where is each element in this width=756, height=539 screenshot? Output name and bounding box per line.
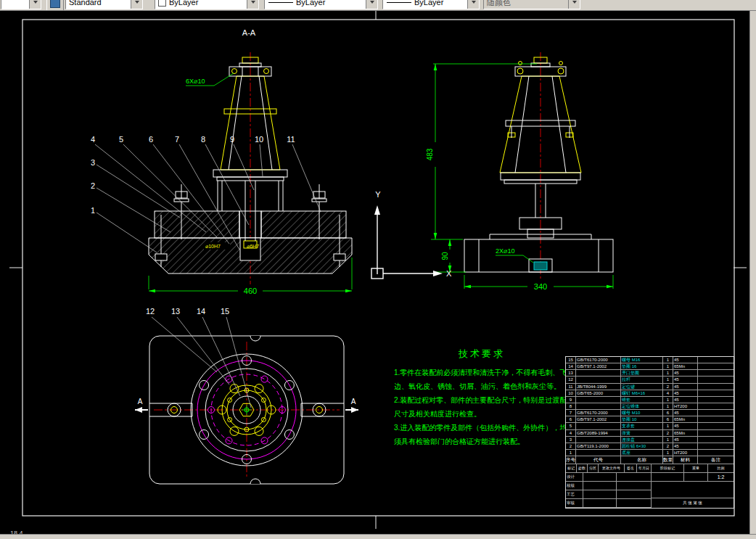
bom-cell xyxy=(698,403,734,410)
bom-header-cell: 数量 xyxy=(663,456,673,464)
bom-cell: 1 xyxy=(663,357,673,363)
bom-cell: 定位键 xyxy=(621,384,663,390)
sheet-note: 共 张 第 张 xyxy=(652,498,734,508)
bom-cell: 开口垫圈 xyxy=(621,370,663,377)
bom-cell: 45 xyxy=(673,390,698,397)
fit-note-right: ⌀6H7 xyxy=(247,244,259,249)
bom-cell: 1 xyxy=(663,363,673,370)
lineweight-sample xyxy=(387,2,411,3)
tech-requirements-title: 技术要求 xyxy=(394,347,570,361)
bom-row: 11JB/T8044-1999定位键245 xyxy=(566,384,734,390)
bom-cell xyxy=(698,450,734,456)
title-block-bottom: 标记 处数 分区 更改文件号 签名 年月日 设计 校核 工艺 审核 阶段标记 重… xyxy=(566,464,734,508)
bom-cell: GB/T65-2000 xyxy=(576,390,621,397)
chevron-down-icon[interactable] xyxy=(247,0,258,9)
text-style-combo[interactable]: Standard xyxy=(65,0,143,9)
plan-view: A A 12 13 14 15 xyxy=(135,307,358,484)
tech-requirements-line: 3.进入装配的零件及部件（包括外购件、外协件），均必 xyxy=(394,421,570,435)
bom-cell: 11 xyxy=(566,384,576,390)
bom-cell: 垫圈 10 xyxy=(621,416,663,423)
bom-row: 3连接盘145 xyxy=(566,437,734,443)
front-hole-note: 6X⌀10 xyxy=(186,73,234,86)
bom-header-cell: 序号 xyxy=(566,456,576,464)
stage-label: 阶段标记 xyxy=(652,464,684,473)
vertical-scrollbar[interactable] xyxy=(749,10,756,535)
bom-cell: 4 xyxy=(663,390,673,397)
callout-6: 6 xyxy=(149,135,153,144)
bom-cell: 65Mn xyxy=(673,416,698,423)
bom-cell: 2 xyxy=(663,384,673,390)
bom-cell: 12 xyxy=(566,377,576,383)
bom-cell xyxy=(576,450,621,456)
callout-14: 14 xyxy=(197,307,205,316)
toolbar: Standard ByLayer ByLayer ByLayer 随颜色 xyxy=(0,0,756,11)
dim-483-label: 483 xyxy=(426,148,434,160)
bom-cell: 45 xyxy=(673,443,698,450)
bom-row: 12拉杆145 xyxy=(566,377,734,383)
bom-cell xyxy=(576,397,621,403)
bom-cell: 45 xyxy=(673,370,698,377)
bom-cell: 1 xyxy=(663,403,673,410)
linetype-value: ByLayer xyxy=(293,0,366,7)
bom-cell: 1 xyxy=(663,423,673,429)
bom-cell: 9 xyxy=(566,397,576,403)
bom-header-cell: 材料 xyxy=(673,456,698,464)
ucs-y-label: Y xyxy=(375,190,381,199)
bom-cell: 底座 xyxy=(621,450,663,456)
ucs-icon xyxy=(371,205,443,279)
layer-combo[interactable] xyxy=(1,0,41,9)
bom-cell: 拉杆 xyxy=(621,377,663,383)
bom-cell: 锥套 xyxy=(621,397,663,403)
bom-cell: 13 xyxy=(566,370,576,377)
callout-9: 9 xyxy=(230,135,234,144)
bom-cell: 5 xyxy=(566,423,576,429)
bom-header: 序号 代号 名称 数量 材料 备注 xyxy=(566,456,734,464)
side-hole-note: 2X⌀10 xyxy=(496,247,533,263)
chevron-down-icon[interactable] xyxy=(131,0,142,9)
chevron-down-icon[interactable] xyxy=(467,0,479,9)
fit-note-left: ⌀10H7 xyxy=(205,244,221,249)
lineweight-combo[interactable]: ByLayer xyxy=(382,0,480,9)
bom-cell xyxy=(698,370,734,377)
bom-cell: GB/T119.1-2000 xyxy=(576,443,621,450)
bom-cell: 8 xyxy=(566,403,576,410)
hole-note-label: 6X⌀10 xyxy=(186,78,205,85)
bom-cell: 1 xyxy=(663,450,673,456)
slot-insert xyxy=(534,262,547,270)
tech-requirements-line: 1.零件在装配前必须清理和清洗干净，不得有毛刺、飞 xyxy=(394,366,570,379)
bom-cell: 65Mn xyxy=(673,363,698,370)
scale-value: 1:2 xyxy=(708,473,734,482)
front-view: A-A xyxy=(149,28,352,295)
bom-cell: 连接盘 xyxy=(621,437,663,443)
bom-cell xyxy=(698,390,734,397)
bom-cell: 螺钉 M6×16 xyxy=(621,390,663,397)
bom-cell: 14 xyxy=(566,363,576,370)
bom-header-cell: 代号 xyxy=(576,456,621,464)
tech-requirements-line: 须具有检验部门的合格证方能进行装配。 xyxy=(394,435,570,448)
bom-row: 9锥套145 xyxy=(566,397,734,403)
weight-label: 重量 xyxy=(684,464,708,473)
chevron-down-icon[interactable] xyxy=(366,0,377,9)
bom-cell: GB/T2089-1994 xyxy=(576,430,621,437)
revision-cell: 签名 xyxy=(625,464,637,473)
drawing-name-cell xyxy=(652,482,734,498)
style-manager-button[interactable] xyxy=(46,0,64,11)
bom-cell: 垫圈 16 xyxy=(621,363,663,370)
chevron-down-icon xyxy=(568,0,580,9)
bom-cell xyxy=(698,357,734,363)
bom-header-cell: 备注 xyxy=(698,456,734,464)
revision-cell: 处数 xyxy=(577,464,588,473)
callout-7: 7 xyxy=(175,135,179,144)
color-combo[interactable]: ByLayer xyxy=(155,0,259,9)
plotstyle-combo: 随颜色 xyxy=(483,0,580,9)
linetype-combo[interactable]: ByLayer xyxy=(264,0,378,9)
bom-cell xyxy=(576,377,621,383)
callout-5: 5 xyxy=(119,135,123,144)
bom-header-cell: 名称 xyxy=(621,456,663,464)
bom-cell xyxy=(576,423,621,429)
bom-cell xyxy=(698,443,734,450)
bom-cell: 45 xyxy=(673,384,698,390)
chevron-down-icon[interactable] xyxy=(29,0,41,9)
callout-4: 4 xyxy=(91,135,95,144)
bom-cell: 7 xyxy=(566,410,576,416)
